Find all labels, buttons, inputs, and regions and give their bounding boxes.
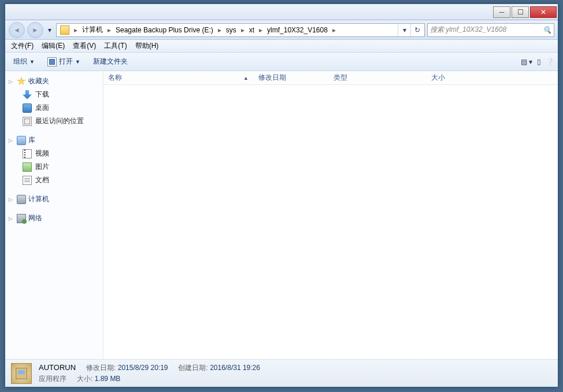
video-icon [23,149,32,158]
recent-icon [23,117,32,126]
sidebar-network[interactable]: ▷ 网络 [5,212,103,225]
menu-item[interactable]: 编辑(E) [38,40,68,52]
breadcrumb[interactable]: ▸ 计算机▸Seagate Backup Plus Drive (E:)▸sys… [56,23,425,37]
sidebar-libraries[interactable]: ▷ 库 [5,134,103,147]
explorer-window: ─ ☐ ✕ ◄ ► ▾ ▸ 计算机▸Seagate Backup Plus Dr… [5,3,558,387]
pic-icon [23,162,32,172]
menu-bar: 文件(F)编辑(E)查看(V)工具(T)帮助(H) [5,40,558,53]
preview-pane-button[interactable]: ▯ [537,58,541,66]
sidebar-item[interactable]: 视频 [5,147,103,160]
chevron-down-icon: ▼ [75,59,80,65]
search-placeholder: 搜索 ylmf_10X32_V1608 [430,25,506,35]
svg-rect-1 [18,370,25,374]
collapse-icon: ▷ [9,197,14,202]
breadcrumb-segment[interactable]: Seagate Backup Plus Drive (E:) [113,24,216,36]
details-text: AUTORUN 修改日期: 2015/8/29 20:19 创建日期: 2016… [39,363,260,384]
collapse-icon: ▷ [9,216,14,221]
chevron-right-icon[interactable]: ▸ [72,26,80,34]
history-dropdown[interactable]: ▾ [46,24,54,36]
details-filetype: 应用程序 [39,374,66,384]
menu-item[interactable]: 查看(V) [69,40,99,52]
chevron-right-icon[interactable]: ▸ [216,26,224,34]
toolbar: 组织▼ 打开▼ 新建文件夹 ▤ ▾ ▯ ❔ [5,53,558,71]
chevron-right-icon[interactable]: ▸ [239,26,247,34]
search-input[interactable]: 搜索 ylmf_10X32_V1608 🔍 [427,23,554,37]
open-icon [47,57,57,66]
breadcrumb-segment[interactable]: xt [247,24,257,36]
collapse-icon: ▷ [9,79,14,84]
details-pane: AUTORUN 修改日期: 2015/8/29 20:19 创建日期: 2016… [5,359,558,387]
doc-icon [23,176,32,185]
refresh-button[interactable]: ↻ [410,24,423,36]
nav-bar: ◄ ► ▾ ▸ 计算机▸Seagate Backup Plus Drive (E… [5,20,558,40]
folder-icon [60,25,69,35]
breadcrumb-segment[interactable]: 计算机 [80,24,105,36]
sidebar-item[interactable]: 桌面 [5,101,103,114]
chevron-down-icon: ▼ [29,59,35,65]
col-size[interactable]: 大小 [392,73,450,83]
menu-item[interactable]: 工具(T) [101,40,130,52]
col-name[interactable]: 名称▲ [103,73,254,83]
content-area: ▷ 收藏夹 下载桌面最近访问的位置 ▷ 库 视频图片文档 ▷ 计算机 [5,71,558,359]
nav-pane[interactable]: ▷ 收藏夹 下载桌面最近访问的位置 ▷ 库 视频图片文档 ▷ 计算机 [5,71,103,359]
breadcrumb-segment[interactable]: ylmf_10X32_V1608 [265,24,330,36]
dl-icon [23,90,32,99]
open-button[interactable]: 打开▼ [43,54,85,69]
column-headers[interactable]: 名称▲ 修改日期 类型 大小 [103,71,558,85]
sidebar-item[interactable]: 下载 [5,88,103,101]
chevron-right-icon[interactable]: ▸ [105,26,113,34]
maximize-button[interactable]: ☐ [512,6,529,18]
menu-item[interactable]: 帮助(H) [132,40,162,52]
organize-button[interactable]: 组织▼ [9,54,39,69]
sidebar-item[interactable]: 文档 [5,173,103,187]
file-list-pane[interactable]: 名称▲ 修改日期 类型 大小 [103,71,558,359]
view-options-button[interactable]: ▤ ▾ [521,58,532,66]
menu-item[interactable]: 文件(F) [8,40,37,52]
breadcrumb-dropdown[interactable]: ▾ [398,24,410,36]
search-icon: 🔍 [543,26,551,34]
back-button[interactable]: ◄ [9,22,25,38]
star-icon [17,77,26,86]
sidebar-item[interactable]: 图片 [5,160,103,173]
sort-asc-icon: ▲ [243,75,249,81]
col-type[interactable]: 类型 [329,73,392,83]
chevron-right-icon[interactable]: ▸ [330,26,338,34]
sidebar-computer[interactable]: ▷ 计算机 [5,193,103,206]
computer-icon [17,195,26,204]
col-date[interactable]: 修改日期 [254,73,329,83]
selected-file-icon [11,363,32,384]
sidebar-favorites[interactable]: ▷ 收藏夹 [5,75,103,88]
desktop-icon [23,103,32,113]
details-filename: AUTORUN [39,363,76,372]
breadcrumb-segment[interactable]: sys [224,24,239,36]
help-button[interactable]: ❔ [546,58,554,66]
titlebar[interactable]: ─ ☐ ✕ [5,4,558,20]
collapse-icon: ▷ [9,138,14,143]
chevron-right-icon[interactable]: ▸ [257,26,265,34]
sidebar-item[interactable]: 最近访问的位置 [5,114,103,128]
library-icon [17,136,26,145]
new-folder-button[interactable]: 新建文件夹 [88,54,132,69]
minimize-button[interactable]: ─ [493,6,510,18]
network-icon [17,214,26,223]
forward-button[interactable]: ► [27,22,43,38]
close-button[interactable]: ✕ [530,6,557,18]
